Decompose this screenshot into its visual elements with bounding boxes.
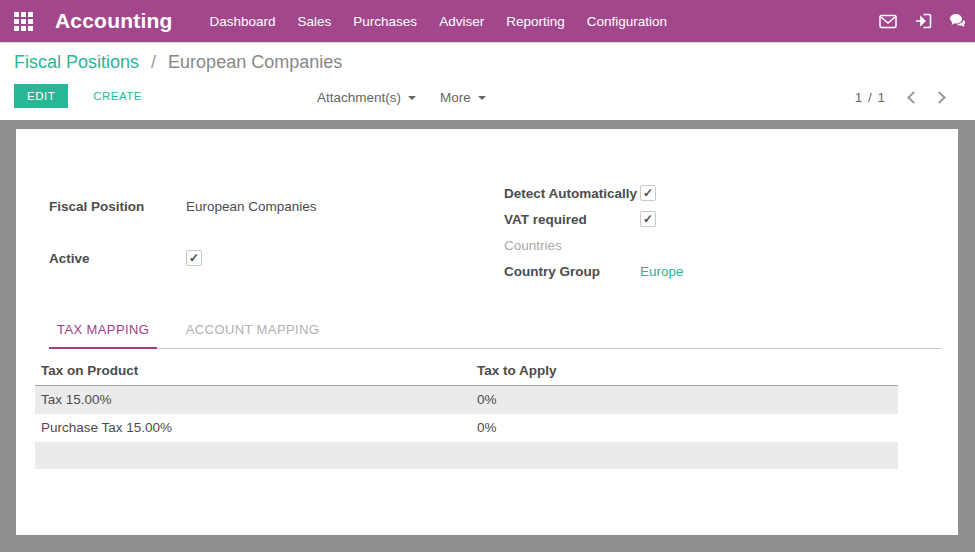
detect-automatically-checkbox[interactable]: ✓: [640, 185, 656, 201]
cell-tax-to-apply: 0%: [471, 414, 898, 442]
toolbar-dropdowns: Attachment(s) More: [317, 84, 486, 110]
field-group-left: Fiscal Position European Companies Activ…: [49, 180, 504, 284]
breadcrumb: Fiscal Positions / European Companies: [14, 52, 342, 73]
tax-mapping-table: Tax on Product Tax to Apply Tax 15.00% 0…: [35, 358, 898, 469]
column-header-tax-to-apply[interactable]: Tax to Apply: [471, 358, 898, 386]
vat-required-checkbox[interactable]: ✓: [640, 211, 656, 227]
menu-sales[interactable]: Sales: [287, 0, 343, 43]
country-group-link[interactable]: Europe: [640, 264, 684, 279]
control-panel: Fiscal Positions / European Companies ED…: [0, 43, 975, 120]
form-sheet: Fiscal Position European Companies Activ…: [16, 129, 958, 535]
field-countries: Countries: [504, 232, 684, 258]
active-checkbox[interactable]: ✓: [186, 250, 202, 266]
cell-tax-to-apply: 0%: [471, 386, 898, 414]
apps-menu-button[interactable]: [0, 12, 43, 31]
field-vat-required: VAT required ✓: [504, 206, 684, 232]
sign-in-icon[interactable]: [914, 12, 932, 30]
pager-value: 1 / 1: [855, 90, 886, 105]
chat-icon[interactable]: [949, 12, 967, 30]
field-area: Fiscal Position European Companies Activ…: [49, 180, 941, 284]
countries-value: [640, 232, 684, 258]
menu-adviser[interactable]: Adviser: [428, 0, 495, 43]
apps-grid-icon: [14, 12, 33, 31]
navbar-right-icons: [879, 12, 975, 30]
active-label: Active: [49, 232, 186, 284]
pager-next-icon[interactable]: [933, 91, 946, 104]
breadcrumb-separator: /: [151, 52, 156, 72]
record-pager: 1 / 1: [855, 84, 948, 110]
field-country-group: Country Group Europe: [504, 258, 684, 284]
vat-required-label: VAT required: [504, 206, 640, 232]
country-group-label: Country Group: [504, 258, 640, 284]
menu-purchases[interactable]: Purchases: [342, 0, 428, 43]
fiscal-position-label: Fiscal Position: [49, 180, 186, 232]
create-button[interactable]: CREATE: [80, 84, 155, 108]
table-row[interactable]: Tax 15.00% 0%: [35, 386, 898, 414]
top-navbar: Accounting Dashboard Sales Purchases Adv…: [0, 0, 975, 43]
chevron-down-icon: [478, 96, 486, 100]
odoo-app: { "navbar": { "app_title": "Accounting",…: [0, 0, 975, 552]
top-menu: Dashboard Sales Purchases Adviser Report…: [199, 0, 679, 43]
more-dropdown-label: More: [440, 90, 471, 105]
table-header-row: Tax on Product Tax to Apply: [35, 358, 898, 386]
countries-label: Countries: [504, 232, 640, 258]
field-group-right: Detect Automatically ✓ VAT required ✓ Co…: [504, 180, 684, 284]
breadcrumb-fiscal-positions[interactable]: Fiscal Positions: [14, 52, 139, 72]
detect-automatically-label: Detect Automatically: [504, 180, 640, 206]
content-area: Fiscal Position European Companies Activ…: [0, 120, 975, 551]
breadcrumb-current-record: European Companies: [168, 52, 342, 72]
table-empty-row[interactable]: [35, 442, 898, 469]
messages-icon[interactable]: [879, 12, 897, 30]
attachments-dropdown-label: Attachment(s): [317, 90, 401, 105]
cell-tax-on-product: Tax 15.00%: [35, 386, 471, 414]
field-detect-automatically: Detect Automatically ✓: [504, 180, 684, 206]
menu-reporting[interactable]: Reporting: [495, 0, 576, 43]
pager-previous-icon[interactable]: [907, 91, 920, 104]
edit-button[interactable]: EDIT: [14, 84, 68, 108]
app-title: Accounting: [55, 9, 173, 33]
action-buttons: EDIT CREATE: [14, 84, 155, 108]
column-header-tax-on-product[interactable]: Tax on Product: [35, 358, 471, 386]
attachments-dropdown[interactable]: Attachment(s): [317, 90, 416, 105]
table-row[interactable]: Purchase Tax 15.00% 0%: [35, 414, 898, 442]
tab-account-mapping[interactable]: ACCOUNT MAPPING: [178, 316, 328, 347]
fiscal-position-value: European Companies: [186, 180, 504, 232]
notebook-tabs: TAX MAPPING ACCOUNT MAPPING: [49, 316, 941, 349]
cell-tax-on-product: Purchase Tax 15.00%: [35, 414, 471, 442]
menu-dashboard[interactable]: Dashboard: [199, 0, 287, 43]
more-dropdown[interactable]: More: [440, 90, 486, 105]
field-active: Active ✓: [49, 232, 504, 284]
chevron-down-icon: [408, 96, 416, 100]
tab-tax-mapping[interactable]: TAX MAPPING: [49, 316, 157, 349]
menu-configuration[interactable]: Configuration: [576, 0, 678, 43]
field-fiscal-position: Fiscal Position European Companies: [49, 180, 504, 232]
